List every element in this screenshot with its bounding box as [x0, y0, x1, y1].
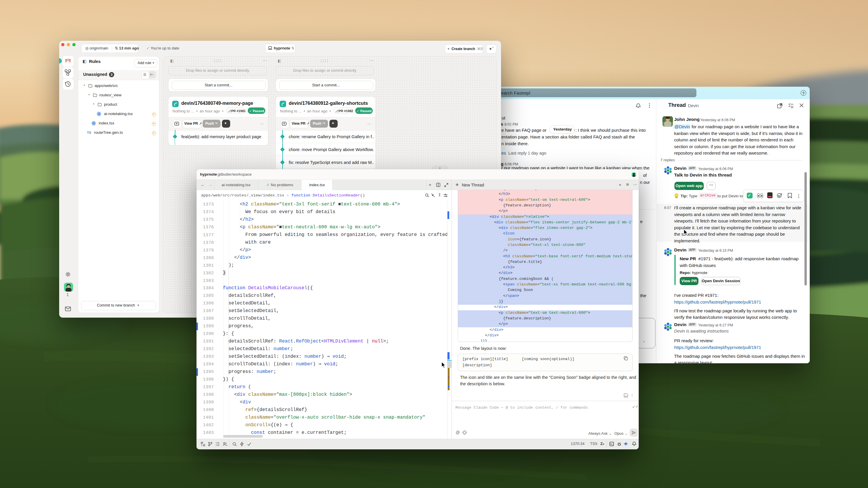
svg-text:MD: MD	[625, 395, 627, 397]
